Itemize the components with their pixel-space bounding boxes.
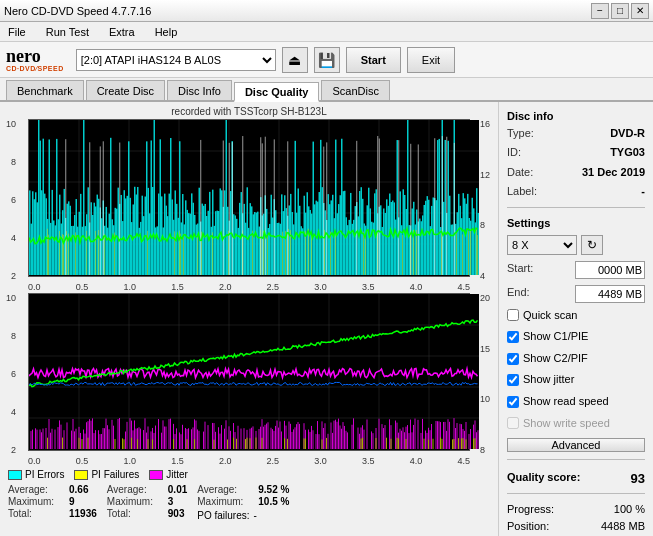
tabs: Benchmark Create Disc Disc Info Disc Qua… <box>0 78 653 102</box>
advanced-button[interactable]: Advanced <box>507 438 645 452</box>
divider-2 <box>507 459 645 460</box>
menu-bar: File Run Test Extra Help <box>0 22 653 42</box>
position-label: Position: <box>507 518 549 535</box>
jitter-stats: Average: 9.52 % Maximum: 10.5 % PO failu… <box>197 484 289 521</box>
disc-label-key: Label: <box>507 184 537 199</box>
pi-failures-label: PI Failures <box>91 469 139 480</box>
disc-label-row: Label: - <box>507 184 645 199</box>
lower-y-right: 20 15 10 8 <box>480 293 490 455</box>
show-jitter-row: Show jitter <box>507 371 645 389</box>
pi-failures-total-label: Total: <box>107 508 162 519</box>
pi-errors-avg-value: 0.66 <box>69 484 88 495</box>
pi-failures-stats: Average: 0.01 Maximum: 3 Total: 903 <box>107 484 187 521</box>
toolbar: nero CD·DVD⁄SPEED [2:0] ATAPI iHAS124 B … <box>0 42 653 78</box>
end-input[interactable] <box>575 285 645 303</box>
close-button[interactable]: ✕ <box>631 3 649 19</box>
divider-1 <box>507 207 645 208</box>
end-row: End: <box>507 285 645 303</box>
disc-id-key: ID: <box>507 145 521 160</box>
show-write-speed-row: Show write speed <box>507 415 645 433</box>
show-jitter-label: Show jitter <box>523 371 574 389</box>
disc-date-val: 31 Dec 2019 <box>582 165 645 180</box>
menu-extra[interactable]: Extra <box>105 24 139 40</box>
menu-help[interactable]: Help <box>151 24 182 40</box>
quick-scan-checkbox[interactable] <box>507 309 519 321</box>
eject-icon[interactable]: ⏏ <box>282 47 308 73</box>
po-failures-row: PO failures: - <box>197 510 289 521</box>
minimize-button[interactable]: − <box>591 3 609 19</box>
title-bar: Nero CD-DVD Speed 4.7.7.16 − □ ✕ <box>0 0 653 22</box>
upper-chart <box>28 119 470 277</box>
stats-area: Average: 0.66 Maximum: 9 Total: 11936 Av… <box>4 482 494 523</box>
tab-disc-info[interactable]: Disc Info <box>167 80 232 100</box>
pi-errors-avg-label: Average: <box>8 484 63 495</box>
settings-title: Settings <box>507 217 645 229</box>
exit-button[interactable]: Exit <box>407 47 455 73</box>
legend-pi-errors: PI Errors <box>8 469 64 480</box>
tab-create-disc[interactable]: Create Disc <box>86 80 165 100</box>
pi-failures-avg-value: 0.01 <box>168 484 187 495</box>
save-icon[interactable]: 💾 <box>314 47 340 73</box>
jitter-color <box>149 470 163 480</box>
show-jitter-checkbox[interactable] <box>507 374 519 386</box>
menu-file[interactable]: File <box>4 24 30 40</box>
show-c1-pie-checkbox[interactable] <box>507 331 519 343</box>
upper-y-right: 16 12 8 4 <box>480 119 490 281</box>
logo-sub: CD·DVD⁄SPEED <box>6 65 64 72</box>
legend-area: PI Errors PI Failures Jitter <box>4 467 494 482</box>
quality-score-label: Quality score: <box>507 471 580 486</box>
pi-errors-max-value: 9 <box>69 496 75 507</box>
po-failures-value: - <box>254 510 257 521</box>
disc-label-val: - <box>641 184 645 199</box>
maximize-button[interactable]: □ <box>611 3 629 19</box>
start-input[interactable] <box>575 261 645 279</box>
refresh-button[interactable]: ↻ <box>581 235 603 255</box>
start-row: Start: <box>507 261 645 279</box>
jitter-avg-value: 9.52 % <box>258 484 289 495</box>
menu-run-test[interactable]: Run Test <box>42 24 93 40</box>
window-title: Nero CD-DVD Speed 4.7.7.16 <box>4 5 151 17</box>
upper-y-left: 10 8 6 4 2 <box>6 119 16 281</box>
pi-failures-max-label: Maximum: <box>107 496 162 507</box>
disc-id-val: TYG03 <box>610 145 645 160</box>
speed-select[interactable]: 8 X <box>507 235 577 255</box>
chart-area: recorded with TSSTcorp SH-B123L 10 8 6 4… <box>0 102 498 536</box>
divider-3 <box>507 493 645 494</box>
quick-scan-row: Quick scan <box>507 307 645 325</box>
lower-chart-wrapper: 10 8 6 4 2 20 15 10 8 <box>28 293 470 455</box>
drive-select[interactable]: [2:0] ATAPI iHAS124 B AL0S <box>76 49 276 71</box>
tab-scan-disc[interactable]: ScanDisc <box>321 80 389 100</box>
show-read-speed-checkbox[interactable] <box>507 396 519 408</box>
quick-scan-label: Quick scan <box>523 307 577 325</box>
disc-type-val: DVD-R <box>610 126 645 141</box>
show-c2-pif-label: Show C2/PIF <box>523 350 588 368</box>
start-label: Start: <box>507 261 533 279</box>
logo: nero CD·DVD⁄SPEED <box>6 47 64 72</box>
pi-failures-color <box>74 470 88 480</box>
pi-errors-stats: Average: 0.66 Maximum: 9 Total: 11936 <box>8 484 97 521</box>
jitter-label: Jitter <box>166 469 188 480</box>
lower-y-left: 10 8 6 4 2 <box>6 293 16 455</box>
logo-text: nero <box>6 47 41 65</box>
disc-info-title: Disc info <box>507 110 645 122</box>
show-c2-pif-checkbox[interactable] <box>507 353 519 365</box>
jitter-max-value: 10.5 % <box>258 496 289 507</box>
tab-benchmark[interactable]: Benchmark <box>6 80 84 100</box>
show-c2-pif-row: Show C2/PIF <box>507 350 645 368</box>
disc-date-key: Date: <box>507 165 533 180</box>
start-button[interactable]: Start <box>346 47 401 73</box>
progress-value: 100 % <box>614 501 645 518</box>
show-c1-pie-row: Show C1/PIE <box>507 328 645 346</box>
legend-jitter: Jitter <box>149 469 188 480</box>
show-write-speed-checkbox[interactable] <box>507 417 519 429</box>
pi-errors-max-label: Maximum: <box>8 496 63 507</box>
pi-errors-total-value: 11936 <box>69 508 97 519</box>
disc-date-row: Date: 31 Dec 2019 <box>507 165 645 180</box>
tab-disc-quality[interactable]: Disc Quality <box>234 82 320 102</box>
speed-settings-row: 8 X ↻ <box>507 235 645 255</box>
lower-x-labels: 0.00.51.01.52.02.53.03.54.04.5 <box>4 455 494 467</box>
end-label: End: <box>507 285 530 303</box>
disc-type-key: Type: <box>507 126 534 141</box>
progress-row: Progress: 100 % <box>507 501 645 518</box>
progress-label: Progress: <box>507 501 554 518</box>
